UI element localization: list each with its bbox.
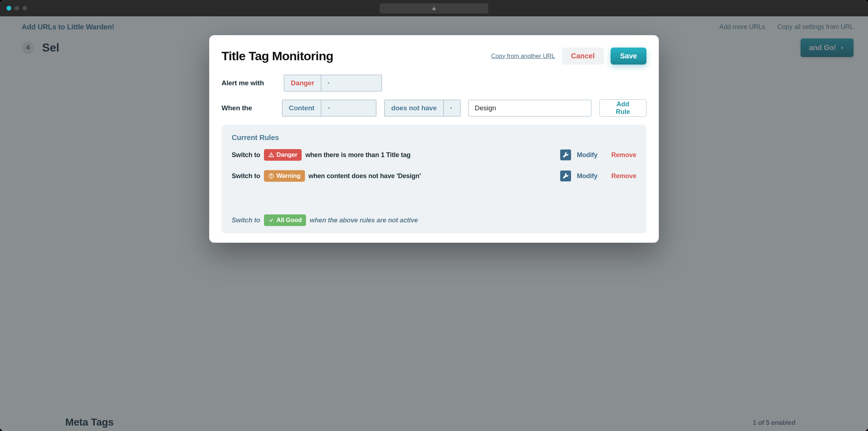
close-window-icon[interactable] bbox=[7, 6, 11, 11]
window-controls bbox=[7, 6, 27, 11]
rule-text: when content does not have 'Design' bbox=[309, 172, 421, 180]
condition-select[interactable]: does not have bbox=[384, 100, 460, 116]
switch-to-label: Switch to bbox=[232, 217, 260, 224]
alert-level-select[interactable]: Danger bbox=[284, 75, 382, 91]
wrench-icon[interactable] bbox=[560, 171, 571, 181]
chevron-down-icon bbox=[321, 100, 336, 116]
warning-badge: Warning bbox=[264, 170, 305, 182]
minimize-window-icon[interactable] bbox=[15, 6, 19, 11]
copy-from-url-link[interactable]: Copy from another URL bbox=[491, 53, 555, 60]
badge-label: Danger bbox=[277, 151, 298, 159]
fallback-rule: Switch to All Good when the above rules … bbox=[232, 214, 636, 226]
modify-button[interactable]: Modify bbox=[577, 172, 598, 180]
maximize-window-icon[interactable] bbox=[22, 6, 27, 11]
badge-label: Warning bbox=[277, 172, 301, 180]
alert-label: Alert me with bbox=[222, 79, 276, 87]
subject-select[interactable]: Content bbox=[282, 100, 376, 116]
rule-text: when there is more than 1 Title tag bbox=[305, 151, 410, 159]
condition-value: does not have bbox=[385, 100, 443, 116]
save-button[interactable]: Save bbox=[611, 48, 646, 65]
switch-to-label: Switch to bbox=[232, 172, 260, 180]
remove-button[interactable]: Remove bbox=[611, 151, 636, 159]
when-label: When the bbox=[222, 104, 274, 112]
modal-title: Title Tag Monitoring bbox=[222, 49, 333, 63]
alert-level-value: Danger bbox=[284, 75, 321, 91]
value-input[interactable] bbox=[468, 100, 591, 116]
alert-triangle-icon bbox=[268, 152, 274, 158]
current-rules-title: Current Rules bbox=[232, 134, 636, 142]
title-tag-monitoring-modal: Title Tag Monitoring Copy from another U… bbox=[209, 35, 659, 243]
switch-to-label: Switch to bbox=[232, 151, 260, 159]
cancel-button[interactable]: Cancel bbox=[562, 48, 604, 65]
check-icon bbox=[268, 217, 274, 223]
chevron-down-icon bbox=[321, 75, 336, 91]
modify-button[interactable]: Modify bbox=[577, 151, 598, 159]
fallback-text: when the above rules are not active bbox=[310, 217, 418, 224]
question-circle-icon bbox=[268, 173, 274, 179]
subject-value: Content bbox=[282, 100, 321, 116]
app-window: Add URLs to Little Warden! Add more URLs… bbox=[0, 0, 868, 431]
danger-badge: Danger bbox=[264, 149, 302, 161]
titlebar bbox=[0, 0, 868, 16]
rule-row: Switch to Warning when content does not … bbox=[232, 170, 636, 182]
wrench-icon[interactable] bbox=[560, 149, 571, 160]
rule-row: Switch to Danger when there is more than… bbox=[232, 149, 636, 161]
badge-label: All Good bbox=[277, 217, 302, 224]
lock-icon bbox=[432, 6, 436, 11]
add-rule-button[interactable]: Add Rule bbox=[599, 99, 646, 117]
modal-scrim[interactable]: Title Tag Monitoring Copy from another U… bbox=[0, 16, 868, 431]
svg-point-1 bbox=[271, 156, 271, 156]
svg-point-3 bbox=[271, 177, 271, 177]
all-good-badge: All Good bbox=[264, 214, 306, 226]
browser-url-field[interactable] bbox=[380, 3, 488, 13]
chevron-down-icon bbox=[443, 100, 459, 116]
remove-button[interactable]: Remove bbox=[611, 172, 636, 180]
current-rules-panel: Current Rules Switch to Danger when ther… bbox=[222, 125, 646, 233]
